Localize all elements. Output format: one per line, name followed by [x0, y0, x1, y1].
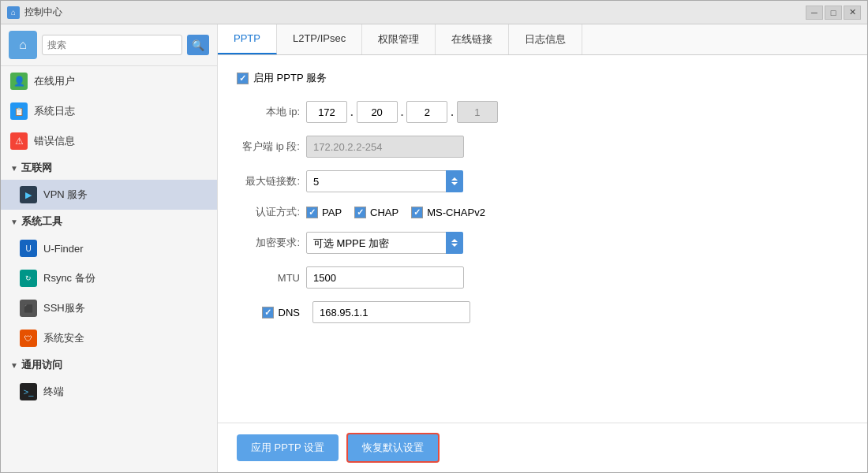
apply-pptp-button[interactable]: 应用 PPTP 设置 [237, 434, 339, 461]
chap-option[interactable]: ✓ CHAP [354, 207, 398, 218]
sidebar-item-label: SSH服务 [43, 301, 85, 315]
sidebar-section-internet[interactable]: ▼ 互联网 [1, 156, 217, 180]
ip-dot-3: . [451, 106, 454, 118]
restore-defaults-button[interactable]: 恢复默认设置 [346, 433, 440, 463]
ip-octet-b[interactable] [357, 101, 398, 123]
sidebar: ⌂ 🔍 👤 在线用户 📋 系统日志 [1, 24, 218, 472]
ssh-icon: ⬛ [20, 300, 37, 317]
dns-check-icon: ✓ [264, 307, 271, 318]
content-area: PPTP L2TP/IPsec 权限管理 在线链接 日志信息 [218, 24, 867, 472]
sidebar-item-system-security[interactable]: 🛡 系统安全 [1, 323, 217, 353]
sidebar-item-u-finder[interactable]: U U-Finder [1, 233, 217, 263]
dns-row: ✓ DNS [237, 301, 848, 323]
chap-checkbox[interactable]: ✓ [354, 207, 366, 218]
sidebar-item-label: 在线用户 [34, 74, 75, 88]
sidebar-item-terminal[interactable]: >_ 终端 [1, 377, 217, 407]
max-connections-input[interactable] [306, 170, 447, 192]
sidebar-item-error-info[interactable]: ⚠ 错误信息 [1, 126, 217, 156]
app-icon: ⌂ [7, 6, 20, 19]
u-finder-icon: U [20, 240, 37, 257]
home-button[interactable]: ⌂ [9, 31, 37, 59]
client-ip-input [306, 136, 464, 158]
ip-octet-d [457, 101, 498, 123]
tab-log-info[interactable]: 日志信息 [509, 24, 582, 54]
section-label: 互联网 [21, 161, 52, 175]
sidebar-item-vpn-service[interactable]: ▶ VPN 服务 [1, 180, 217, 210]
sidebar-item-ssh-service[interactable]: ⬛ SSH服务 [1, 293, 217, 323]
sidebar-item-label: 错误信息 [34, 134, 75, 148]
spinner-down-icon [451, 182, 458, 185]
pap-check-icon: ✓ [309, 207, 316, 218]
search-input[interactable] [42, 35, 182, 55]
sidebar-header: ⌂ 🔍 [1, 24, 217, 66]
chap-label: CHAP [370, 207, 398, 218]
max-connections-spinner[interactable] [446, 170, 463, 192]
ip-octet-c[interactable] [406, 101, 447, 123]
rsync-icon: ↻ [20, 270, 37, 287]
window-controls: ─ □ ✕ [806, 6, 861, 20]
spinner-up-icon [451, 239, 458, 242]
titlebar: ⌂ 控制中心 ─ □ ✕ [1, 1, 867, 24]
encryption-select[interactable]: 可选 MPPE 加密 不加密 必须加密 [306, 232, 447, 254]
enable-pptp-checkbox[interactable]: ✓ [237, 73, 249, 84]
error-info-icon: ⚠ [10, 132, 28, 150]
sidebar-item-system-log[interactable]: 📋 系统日志 [1, 96, 217, 126]
ms-chap-label: MS-CHAPv2 [427, 207, 485, 218]
maximize-button[interactable]: □ [825, 6, 842, 20]
enable-pptp-row: ✓ 启用 PPTP 服务 [237, 71, 848, 85]
client-ip-row: 客户端 ip 段: [237, 136, 848, 158]
sidebar-item-label: Rsync 备份 [43, 271, 95, 285]
dns-checkbox[interactable]: ✓ [262, 307, 274, 318]
minimize-button[interactable]: ─ [806, 6, 823, 20]
ip-octet-a[interactable] [306, 101, 347, 123]
pap-checkbox[interactable]: ✓ [306, 207, 318, 218]
system-log-icon: 📋 [10, 102, 28, 120]
vpn-service-icon: ▶ [20, 186, 37, 203]
search-button[interactable]: 🔍 [187, 35, 209, 55]
tab-pptp[interactable]: PPTP [218, 24, 277, 54]
mtu-row: MTU [237, 266, 848, 289]
sidebar-item-label: VPN 服务 [43, 188, 88, 202]
system-security-icon: 🛡 [20, 330, 37, 347]
sidebar-section-system-tools[interactable]: ▼ 系统工具 [1, 210, 217, 233]
local-ip-row: 本地 ip: . . . [237, 101, 848, 123]
sidebar-item-label: 系统日志 [34, 104, 75, 118]
section-label: 通用访问 [21, 358, 62, 372]
sidebar-section-general-access[interactable]: ▼ 通用访问 [1, 353, 217, 377]
pap-label: PAP [322, 207, 342, 218]
close-button[interactable]: ✕ [844, 6, 861, 20]
main-layout: ⌂ 🔍 👤 在线用户 📋 系统日志 [1, 24, 867, 472]
sidebar-item-label: U-Finder [43, 243, 84, 255]
ms-chap-option[interactable]: ✓ MS-CHAPv2 [411, 207, 485, 218]
sidebar-item-online-users[interactable]: 👤 在线用户 [1, 66, 217, 96]
dns-label: DNS [279, 307, 300, 318]
client-ip-label: 客户端 ip 段: [237, 140, 300, 154]
encryption-spinner[interactable] [446, 232, 463, 254]
online-users-icon: 👤 [10, 73, 28, 90]
tab-access-mgmt[interactable]: 权限管理 [362, 24, 436, 54]
dns-input[interactable] [312, 301, 470, 323]
tab-l2tp-ipsec[interactable]: L2TP/IPsec [277, 24, 362, 54]
section-arrow-icon: ▼ [10, 164, 18, 173]
mtu-input[interactable] [306, 266, 464, 289]
checkbox-check-icon: ✓ [239, 73, 246, 84]
section-label: 系统工具 [21, 214, 62, 229]
encryption-row: 加密要求: 可选 MPPE 加密 不加密 必须加密 [237, 232, 848, 254]
tab-online-link[interactable]: 在线链接 [436, 24, 509, 54]
encryption-select-wrap: 可选 MPPE 加密 不加密 必须加密 [306, 232, 463, 254]
max-connections-label: 最大链接数: [237, 174, 300, 188]
sidebar-item-rsync-backup[interactable]: ↻ Rsync 备份 [1, 263, 217, 293]
search-icon: 🔍 [192, 39, 204, 51]
ms-chap-checkbox[interactable]: ✓ [411, 207, 423, 218]
encryption-label: 加密要求: [237, 236, 300, 250]
local-ip-inputs: . . . [306, 101, 498, 123]
main-window: ⌂ 控制中心 ─ □ ✕ ⌂ 🔍 👤 [0, 0, 868, 473]
auth-options: ✓ PAP ✓ CHAP ✓ [306, 207, 485, 218]
enable-pptp-label: 启用 PPTP 服务 [253, 71, 327, 85]
auth-method-row: 认证方式: ✓ PAP ✓ CHAP [237, 205, 848, 219]
pap-option[interactable]: ✓ PAP [306, 207, 342, 218]
footer: 应用 PPTP 设置 恢复默认设置 [218, 423, 867, 472]
chap-check-icon: ✓ [357, 207, 364, 218]
max-connections-row: 最大链接数: [237, 170, 848, 192]
spinner-up-icon [451, 177, 458, 181]
